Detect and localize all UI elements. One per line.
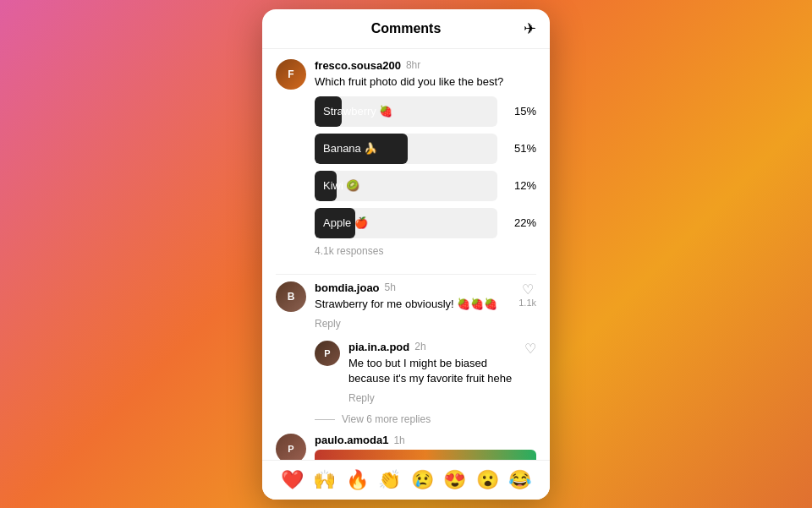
poll-label-apple: Apple 🍎 <box>323 216 368 229</box>
avatar-fresco: F <box>276 59 306 90</box>
emoji-clap[interactable]: 👏 <box>378 469 401 491</box>
emoji-fire[interactable]: 🔥 <box>346 469 369 491</box>
bomdia-username: bomdia.joao <box>315 281 380 294</box>
pia-username: pia.in.a.pod <box>348 341 409 353</box>
poll-content: fresco.sousa200 8hr Which fruit photo di… <box>315 59 536 264</box>
bomdia-content: bomdia.joao 5h Strawberry for me obvious… <box>315 281 512 330</box>
comment-paulo: P paulo.amoda1 1h <box>276 434 536 459</box>
poll-bar-banana: Banana 🍌 <box>315 134 497 164</box>
comments-header: Comments ✈ <box>262 9 550 49</box>
poll-bar-strawberry: Strawberry 🍓 <box>315 96 497 127</box>
bomdia-meta: bomdia.joao 5h <box>315 281 512 294</box>
phone-container: Comments ✈ F fresco.sousa200 8hr Which f… <box>262 9 550 500</box>
poll-fill-strawberry: Strawberry 🍓 <box>315 96 342 127</box>
poll-bar-apple: Apple 🍎 <box>315 208 497 238</box>
pia-reply-button[interactable]: Reply <box>348 392 375 404</box>
poll-responses: 4.1k responses <box>315 245 536 257</box>
emoji-laugh[interactable]: 😂 <box>508 469 531 491</box>
view-more-label: View 6 more replies <box>342 413 431 425</box>
emoji-wow[interactable]: 😮 <box>476 469 499 491</box>
avatar-bomdia: B <box>276 281 306 312</box>
paulo-content: paulo.amoda1 1h <box>315 434 536 459</box>
pia-time: 2h <box>414 341 425 352</box>
poll-fill-banana: Banana 🍌 <box>315 134 408 164</box>
bomdia-reply-button[interactable]: Reply <box>315 318 341 330</box>
reply-pia: P pia.in.a.pod 2h Me too but I might be … <box>315 341 536 405</box>
poll-percent-kiwi: 12% <box>506 179 536 192</box>
poll-percent-apple: 22% <box>506 216 536 229</box>
paulo-meta: paulo.amoda1 1h <box>315 434 536 446</box>
comments-body: F fresco.sousa200 8hr Which fruit photo … <box>262 49 550 460</box>
emoji-raised-hands[interactable]: 🙌 <box>313 469 336 491</box>
poll-option-strawberry[interactable]: Strawberry 🍓 15% <box>315 96 536 127</box>
avatar-pia: P <box>315 341 340 366</box>
divider-1 <box>276 274 536 275</box>
like-icon-pia[interactable]: ♡ <box>524 341 536 357</box>
header-title: Comments <box>371 21 442 36</box>
bomdia-like-section: ♡ 1.1k <box>518 281 536 308</box>
poll-container: Strawberry 🍓 15% Banana 🍌 51% <box>315 96 536 238</box>
bomdia-time: 5h <box>385 281 396 293</box>
poll-fill-kiwi: Kiwi 🥝 <box>315 171 337 201</box>
comment-with-like: bomdia.joao 5h Strawberry for me obvious… <box>315 281 536 330</box>
send-icon[interactable]: ✈ <box>524 19 536 38</box>
poll-comment: F fresco.sousa200 8hr Which fruit photo … <box>276 59 536 264</box>
bomdia-text: Strawberry for me obviously! 🍓🍓🍓 <box>315 297 512 312</box>
pia-content: pia.in.a.pod 2h Me too but I might be bi… <box>348 341 518 405</box>
poll-time: 8hr <box>406 59 420 71</box>
emoji-heart-eyes[interactable]: 😍 <box>443 469 466 491</box>
poll-percent-banana: 51% <box>506 142 536 155</box>
emoji-bar: ❤️ 🙌 🔥 👏 😢 😍 😮 😂 <box>262 460 550 500</box>
emoji-cry[interactable]: 😢 <box>411 469 434 491</box>
like-icon-bomdia[interactable]: ♡ <box>522 281 534 298</box>
pia-text: Me too but I might be biased because it'… <box>348 356 518 386</box>
poll-option-kiwi[interactable]: Kiwi 🥝 12% <box>315 171 536 201</box>
view-more-line <box>315 419 335 420</box>
poll-meta: fresco.sousa200 8hr <box>315 59 536 72</box>
emoji-heart[interactable]: ❤️ <box>281 469 304 491</box>
poll-label-strawberry: Strawberry 🍓 <box>323 105 392 117</box>
like-count-bomdia: 1.1k <box>518 298 536 308</box>
poll-percent-strawberry: 15% <box>506 105 536 117</box>
poll-label-banana: Banana 🍌 <box>323 142 377 155</box>
pia-comment-with-like: pia.in.a.pod 2h Me too but I might be bi… <box>348 341 536 405</box>
avatar-paulo: P <box>276 434 306 459</box>
comment-bomdia: B bomdia.joao 5h Strawberry for me obvio… <box>276 281 536 330</box>
view-more-replies[interactable]: View 6 more replies <box>315 413 536 425</box>
pia-meta: pia.in.a.pod 2h <box>348 341 518 353</box>
pia-like-section: ♡ <box>524 341 536 357</box>
poll-question: Which fruit photo did you like the best? <box>315 74 536 90</box>
poll-label-kiwi: Kiwi 🥝 <box>323 179 359 192</box>
poll-fill-apple: Apple 🍎 <box>315 208 355 238</box>
paulo-time: 1h <box>393 434 404 446</box>
poll-username: fresco.sousa200 <box>315 59 401 72</box>
poll-bar-kiwi: Kiwi 🥝 <box>315 171 497 201</box>
paulo-username: paulo.amoda1 <box>315 434 388 446</box>
paulo-image-preview <box>315 450 536 459</box>
poll-option-banana[interactable]: Banana 🍌 51% <box>315 134 536 164</box>
poll-option-apple[interactable]: Apple 🍎 22% <box>315 208 536 238</box>
